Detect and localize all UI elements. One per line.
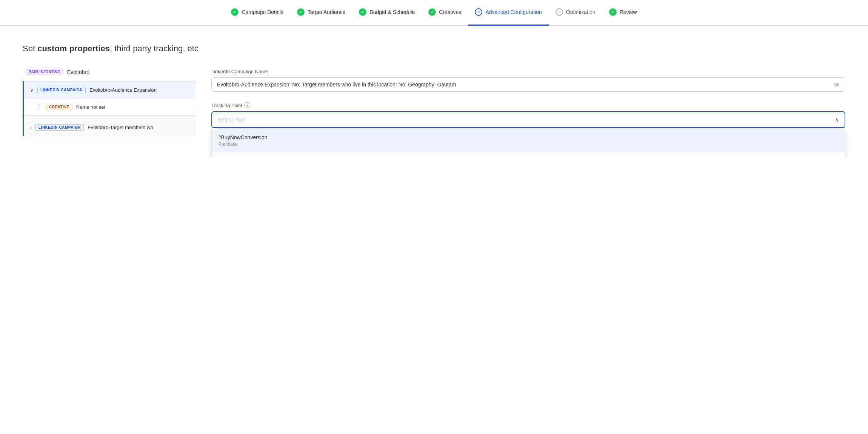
subtitle-rest: , third party tracking, etc <box>110 44 199 53</box>
dropdown-menu: ^BuyNowConversion Purchase $dynamicPurch… <box>211 129 845 157</box>
campaign-header-1[interactable]: ∨ LINKEDIN CAMPAIGN Evoltobro-Audience E… <box>24 82 196 98</box>
step-review[interactable]: ✓ Review <box>602 0 644 26</box>
select-pixel-box[interactable]: Select Pixel ∧ <box>211 111 845 128</box>
paid-initiative-name: Evoltobro <box>67 69 89 75</box>
info-symbol: i <box>247 103 248 108</box>
chevron-up-icon: ∧ <box>835 117 839 123</box>
campaign-header-2[interactable]: › LINKEDIN CAMPAIGN Evoltobro-Target mem… <box>24 119 196 136</box>
select-placeholder: Select Pixel <box>218 117 246 123</box>
step-optimization[interactable]: ○ Optimization <box>549 0 602 26</box>
campaign-item-1: ∨ LINKEDIN CAMPAIGN Evoltobro-Audience E… <box>24 81 196 115</box>
dots-menu-icon[interactable]: ⋮ <box>36 103 42 111</box>
dropdown-item-0[interactable]: ^BuyNowConversion Purchase <box>212 129 845 152</box>
campaign-badge-2: LINKEDIN CAMPAIGN <box>35 124 84 131</box>
campaign-name-1: Evoltobro-Audience Expansion <box>89 87 157 93</box>
chevron-right-icon-2: › <box>30 125 32 130</box>
dropdown-item-name-0: ^BuyNowConversion <box>219 134 838 140</box>
dropdown-item-sub-0: Purchase <box>219 142 838 147</box>
step-label-campaign-details: Campaign Details <box>242 9 283 15</box>
paid-initiative-row: PAID INITIATIVE Evoltobro <box>23 69 196 75</box>
campaign-name-input[interactable]: Evoltobro-Audience Expansion: No; Target… <box>211 77 845 92</box>
campaign-name-char-count: 56 <box>834 82 840 88</box>
campaign-list: ∨ LINKEDIN CAMPAIGN Evoltobro-Audience E… <box>23 81 196 136</box>
step-icon-creatives: ✓ <box>428 8 436 16</box>
subtitle-plain: Set <box>23 44 37 53</box>
tracking-label-row: Tracking Pixel i <box>211 102 845 108</box>
step-icon-optimization: ○ <box>556 8 563 16</box>
dropdown-item-1[interactable]: $dynamicPurchase2 Download <box>212 152 845 157</box>
step-icon-budget-schedule: ✓ <box>359 8 366 16</box>
subtitle-bold: custom properties <box>37 44 110 53</box>
campaign-name-2: Evoltobro-Target members wh <box>88 125 153 130</box>
campaign-name-value: Evoltobro-Audience Expansion: No; Target… <box>217 82 831 88</box>
campaign-name-label: LinkedIn Campaign Name <box>211 69 845 74</box>
wizard-navigation: ✓ Campaign Details ✓ Target Audience ✓ B… <box>0 0 868 26</box>
step-label-review: Review <box>620 9 637 15</box>
step-advanced-configuration[interactable]: ○ Advanced Configuration <box>468 0 548 26</box>
page-subtitle: Set custom properties, third party track… <box>23 44 845 54</box>
step-icon-review: ✓ <box>609 8 617 16</box>
tracking-pixel-label: Tracking Pixel <box>211 103 242 108</box>
step-target-audience[interactable]: ✓ Target Audience <box>290 0 352 26</box>
creative-item-1: ⋮ CREATIVE Name not set <box>24 98 196 115</box>
select-container: Select Pixel ∧ ^BuyNowConversion Purchas… <box>211 111 845 128</box>
info-icon[interactable]: i <box>244 102 250 108</box>
step-label-advanced-configuration: Advanced Configuration <box>485 9 542 15</box>
right-panel: LinkedIn Campaign Name Evoltobro-Audienc… <box>211 69 845 139</box>
left-panel: PAID INITIATIVE Evoltobro ∨ LINKEDIN CAM… <box>23 69 196 139</box>
step-campaign-details[interactable]: ✓ Campaign Details <box>224 0 290 26</box>
creative-badge-1: CREATIVE <box>46 104 72 110</box>
step-label-budget-schedule: Budget & Schedule <box>369 9 415 15</box>
step-creatives[interactable]: ✓ Creatives <box>422 0 468 26</box>
chevron-down-icon-1: ∨ <box>30 88 34 93</box>
page-content: Set custom properties, third party track… <box>0 26 868 157</box>
step-icon-campaign-details: ✓ <box>231 8 239 16</box>
step-icon-target-audience: ✓ <box>297 8 305 16</box>
step-label-creatives: Creatives <box>439 9 461 15</box>
step-label-optimization: Optimization <box>566 9 596 15</box>
paid-initiative-badge: PAID INITIATIVE <box>26 69 63 75</box>
step-icon-advanced-configuration: ○ <box>475 8 482 16</box>
main-layout: PAID INITIATIVE Evoltobro ∨ LINKEDIN CAM… <box>23 69 845 139</box>
step-label-target-audience: Target Audience <box>308 9 345 15</box>
campaign-item-2: › LINKEDIN CAMPAIGN Evoltobro-Target mem… <box>24 119 196 136</box>
creative-name-1: Name not set <box>76 104 105 110</box>
step-budget-schedule[interactable]: ✓ Budget & Schedule <box>352 0 422 26</box>
campaign-badge-1: LINKEDIN CAMPAIGN <box>37 87 86 93</box>
